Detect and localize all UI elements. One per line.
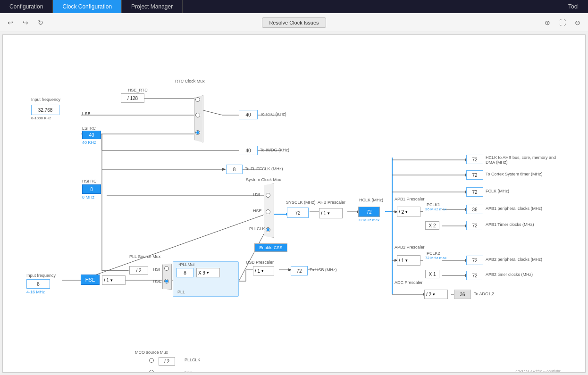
main-content: Input frequency 32.768 0-1000 KHz LSE LS…	[0, 32, 588, 375]
hse-bot-box[interactable]: HSE	[81, 275, 100, 285]
clock-diagram: Input frequency 32.768 0-1000 KHz LSE LS…	[8, 40, 564, 373]
zoom-in-button[interactable]: ⊕	[542, 17, 553, 28]
fit-button[interactable]: ⛶	[557, 17, 568, 28]
svg-marker-13	[222, 168, 226, 171]
apb2-peri-label: APB2 peripheral clocks (MHz)	[486, 257, 542, 262]
pll-source-mux-label: PLL Source Mux	[129, 254, 160, 259]
hsi-mhz-label: 8 MHz	[82, 195, 94, 200]
hclk-max-label: 72 MHz max	[358, 218, 379, 222]
mco-pllclk-label: PLLCLK	[185, 358, 201, 362]
resolve-clock-issues-button[interactable]: Resolve Clock Issues	[262, 17, 326, 28]
enable-css-button[interactable]: Enable CSS	[254, 243, 287, 252]
sys-mux-hse-radio[interactable]	[266, 209, 270, 214]
adc-prescaler-label: ADC Prescaler	[395, 280, 423, 285]
apb2-timer-label: APB2 timer clocks (MHz)	[486, 272, 533, 277]
nav-clock-configuration[interactable]: Clock Configuration	[53, 0, 122, 13]
lsi-khz-label: 40 KHz	[82, 140, 96, 145]
usb-prescaler-dropdown[interactable]: / 1	[253, 266, 274, 275]
usb-value-box: 72	[291, 266, 308, 275]
lsi-rc-box[interactable]: 40	[82, 131, 101, 139]
pll-mul-label: *PLLMul	[178, 262, 194, 267]
apb1-timer-label: APB1 Timer clocks (MHz)	[486, 222, 534, 227]
apb2-timer-box: 72	[466, 271, 483, 280]
hclk-ahb-label: HCLK to AHB bus, core, memory and DMA (M…	[486, 155, 564, 165]
mco-source-mux-label: MCO source Mux	[135, 350, 168, 355]
zoom-out-button[interactable]: ⊖	[572, 17, 583, 28]
rtc-mux-radio-hse[interactable]	[195, 97, 200, 102]
nav-tool[interactable]: Tool	[559, 0, 588, 13]
sysclk-box: 72	[287, 208, 309, 218]
hse-rtc-label: HSE_RTC	[128, 88, 148, 92]
rtc-output-box: 40	[239, 110, 258, 119]
apb2-x1-box: X 1	[425, 270, 439, 278]
diagram-area[interactable]: Input frequency 32.768 0-1000 KHz LSE LS…	[2, 34, 586, 373]
sysclk-label: SYSCLK (MHz)	[286, 200, 316, 205]
apb2-prescaler-dropdown[interactable]: / 1	[397, 255, 420, 266]
toolbar: ↩ ↪ ↻ Resolve Clock Issues ⊕ ⛶ ⊖	[0, 13, 588, 32]
flit-dest-label: To FLITFCLK (MHz)	[245, 167, 283, 171]
pll-label: PLL	[177, 290, 185, 294]
pll-mul-value-box: 8	[176, 268, 193, 277]
hsi-rc-label: HSI RC	[82, 179, 97, 183]
hse-div128-box[interactable]: / 128	[121, 93, 144, 103]
input-freq-top-box[interactable]: 32.768	[31, 105, 59, 115]
mco-hsi-radio[interactable]	[149, 370, 154, 373]
apb1-peri-box: 36	[466, 205, 483, 214]
usb-dest-label: To USB (MHz)	[310, 267, 337, 272]
undo-button[interactable]: ↩	[5, 17, 16, 28]
sys-clk-mux-label: System Clock Mux	[246, 177, 281, 182]
sys-hse-label: HSE	[253, 208, 262, 213]
pll-mul-factor-dropdown[interactable]: X 9	[196, 268, 220, 277]
pll-mux-hsi-radio[interactable]	[164, 266, 169, 271]
rtc-dest-label: To RTC (KHz)	[260, 112, 286, 117]
freq-range-bot-label: 4-16 MHz	[26, 290, 45, 294]
sys-mux-hsi-radio[interactable]	[266, 193, 270, 198]
cortex-box: 72	[466, 170, 483, 180]
sys-mux-pllclk-radio[interactable]	[266, 227, 270, 232]
rtc-mux-radio-lsi[interactable]	[195, 130, 200, 135]
apb2-peri-box: 72	[466, 256, 483, 265]
ahb-prescaler-dropdown[interactable]: / 1	[319, 208, 343, 218]
hse-div-dropdown[interactable]: / 1	[102, 275, 126, 285]
mco-div2-box: / 2	[159, 357, 175, 366]
pll-mux-hse-radio[interactable]	[164, 279, 169, 283]
hsi-rc-box[interactable]: 8	[82, 184, 101, 194]
input-freq-top-label: Input frequency	[31, 97, 60, 102]
apb1-max-label: 36 MHz max	[425, 207, 446, 211]
fclk-label: FCLK (MHz)	[486, 189, 509, 193]
lsi-rc-label: LSI RC	[82, 126, 96, 131]
mco-hsi-label: HSI	[185, 370, 192, 373]
input-freq-bot-label: Input frequency	[26, 273, 56, 278]
rtc-mux-radio-lse[interactable]	[195, 113, 200, 117]
redo-button[interactable]: ↪	[20, 17, 31, 28]
sys-hsi-label: HSI	[253, 192, 260, 197]
apb2-prescaler-label: APB2 Prescaler	[395, 245, 425, 250]
hclk-box[interactable]: 72	[358, 207, 380, 217]
mco-pllclk-radio[interactable]	[149, 358, 154, 363]
hclk-label: HCLK (MHz)	[359, 198, 383, 202]
adc-dest-label: To ADC1,2	[474, 292, 494, 296]
nav-project-manager[interactable]: Project Manager	[122, 0, 183, 13]
refresh-button[interactable]: ↻	[35, 17, 46, 28]
apb1-prescaler-dropdown[interactable]: / 2	[397, 207, 420, 217]
rtc-mux[interactable]	[194, 95, 203, 142]
pll-hsi-div2-box: / 2	[129, 266, 148, 275]
apb1-peri-label: APB1 peripheral clocks (MHz)	[486, 206, 542, 211]
freq-range-top-label: 0-1000 KHz	[31, 116, 51, 120]
pll-hsi-label: HSI	[153, 267, 160, 272]
adc-prescaler-dropdown[interactable]: / 2	[424, 290, 448, 299]
watermark: CSDN @花Kai的季节	[515, 369, 561, 373]
fclk-box: 72	[466, 187, 483, 197]
nav-configuration[interactable]: Configuration	[0, 0, 53, 13]
iwdg-dest-label: To IWDG (KHz)	[260, 148, 289, 152]
apb1-timer-box: 72	[466, 221, 483, 230]
adc-value-box: 36	[454, 290, 471, 299]
input-freq-bot-box[interactable]: 8	[26, 279, 50, 289]
sys-pllclk-label: PLLCLK	[249, 226, 265, 231]
rtc-mux-label: RTC Clock Mux	[175, 79, 205, 83]
lse-label: LSE	[82, 111, 91, 116]
apb1-x2-box: X 2	[425, 221, 439, 230]
pclk2-label: PCLK2	[427, 251, 440, 256]
flit-output-box: 8	[226, 165, 243, 174]
usb-prescaler-label: USB Prescaler	[246, 260, 274, 265]
